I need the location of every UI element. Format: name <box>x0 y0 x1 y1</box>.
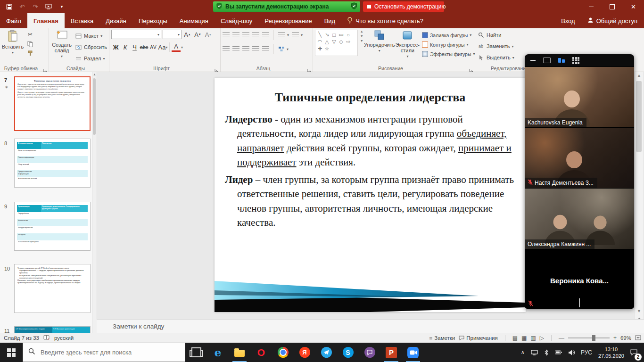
replace-button[interactable]: ab Заменить▾ <box>477 41 549 51</box>
collapse-panel-chevron-icon[interactable] <box>579 298 580 307</box>
telegram-icon[interactable] <box>315 343 337 362</box>
scrollbar-thumb[interactable] <box>636 81 642 152</box>
align-right-icon[interactable] <box>242 46 249 52</box>
tab-view[interactable]: Вид <box>318 13 342 28</box>
tab-file[interactable]: Файл <box>0 13 27 28</box>
powerpoint-icon[interactable]: P <box>380 343 402 362</box>
slide-thumbnail-10[interactable]: Теория лидерских ролей (Р. Бейлз) рассма… <box>14 264 91 313</box>
underline-button[interactable]: Ч <box>130 42 139 52</box>
opera-icon[interactable]: O <box>250 343 272 362</box>
scroll-up-icon[interactable]: ▲ <box>92 72 97 76</box>
slide-sorter-view-icon[interactable]: ▦ <box>521 335 527 341</box>
shrink-font-button[interactable]: А▼ <box>193 30 202 39</box>
change-case-button[interactable]: Аа▾ <box>158 42 167 52</box>
zoom-app-icon[interactable] <box>402 343 424 362</box>
redo-icon[interactable]: ↷ <box>31 2 40 11</box>
participant-video-2[interactable]: Настя Дементьева З... <box>525 127 634 188</box>
slide-thumbnail-11[interactable]: 1.9 Максимум внимания к людям 9.9 Высока… <box>14 326 91 333</box>
copy-icon[interactable] <box>26 40 34 48</box>
section-button[interactable]: Раздел▾ <box>74 53 107 64</box>
justify-icon[interactable] <box>252 46 259 52</box>
font-size-combo[interactable]: ▾ <box>163 30 182 39</box>
language-indicator[interactable]: русский <box>54 335 74 341</box>
font-color-button[interactable]: А <box>172 43 181 52</box>
zoom-out-icon[interactable]: — <box>559 335 564 341</box>
tab-animations[interactable]: Анимация <box>173 13 215 28</box>
fit-to-window-icon[interactable] <box>635 335 641 341</box>
shapes-scroll[interactable]: ▲▼▼ <box>360 30 363 64</box>
font-dialog-launcher[interactable] <box>215 66 219 71</box>
stop-sharing-button[interactable]: Остановить демонстрацию <box>363 1 444 12</box>
start-button[interactable] <box>0 343 23 362</box>
bullets-icon[interactable] <box>223 32 230 38</box>
zoom-in-icon[interactable]: + <box>613 335 617 341</box>
notification-count-badge[interactable]: 2 <box>635 354 642 361</box>
paragraph-dialog-launcher[interactable] <box>307 66 312 71</box>
slide-thumbnail-8[interactable]: Функции лидера Поведение Цели и планиров… <box>14 139 91 188</box>
shape-fill-button[interactable]: Заливка фигуры▾ <box>422 31 473 40</box>
drawing-dialog-launcher[interactable] <box>469 66 474 71</box>
battery-icon[interactable] <box>555 350 562 354</box>
normal-view-icon[interactable]: ▤ <box>512 335 518 341</box>
shape-outline-button[interactable]: Контур фигуры▾ <box>422 40 473 49</box>
chrome-icon[interactable] <box>272 343 294 362</box>
scrollbar-down-icon[interactable]: ▼ <box>637 307 641 315</box>
tab-transitions[interactable]: Переходы <box>132 13 173 28</box>
close-button[interactable]: ✕ <box>623 0 644 13</box>
proofing-icon[interactable] <box>43 335 50 341</box>
arrange-button[interactable]: Упорядочить ▾ <box>366 30 393 64</box>
start-slideshow-icon[interactable] <box>44 2 53 11</box>
zoom-gallery-view-icon[interactable] <box>558 58 565 63</box>
slideshow-view-icon[interactable]: ▷ <box>540 335 544 341</box>
layout-button[interactable]: Макет▾ <box>74 31 107 41</box>
participant-video-3[interactable]: Олександра Камжиян ... <box>525 188 634 249</box>
find-button[interactable]: Найти <box>477 30 549 40</box>
font-name-combo[interactable]: ▾ <box>111 30 161 39</box>
sign-in-button[interactable]: Вход <box>555 13 580 28</box>
display-tray-icon[interactable] <box>531 350 538 355</box>
reset-button[interactable]: Сбросить <box>74 42 107 52</box>
clear-formatting-button[interactable]: А✦ <box>204 30 213 39</box>
grow-font-button[interactable]: А▲ <box>183 30 192 39</box>
line-spacing-icon[interactable] <box>262 32 269 38</box>
yandex-browser-icon[interactable]: Я <box>294 343 315 362</box>
quick-styles-button[interactable]: Экспресс-стили ▾ <box>396 30 420 64</box>
zoom-slider[interactable] <box>568 337 610 338</box>
italic-button[interactable]: К <box>121 42 130 52</box>
skype-icon[interactable]: S <box>337 343 359 362</box>
increase-indent-icon[interactable] <box>252 32 259 38</box>
undo-icon[interactable]: ↶ <box>18 2 26 11</box>
clock[interactable]: 13:10 27.05.2020 <box>598 346 624 359</box>
taskbar-search[interactable] <box>23 343 185 362</box>
cut-icon[interactable]: ✂ <box>26 31 34 38</box>
slide[interactable]: Типичные определения лидерства Лидерство… <box>215 78 526 312</box>
viber-icon[interactable] <box>359 343 380 362</box>
comments-toggle[interactable]: Примечания <box>459 335 497 341</box>
strikethrough-button[interactable]: abc <box>140 42 149 52</box>
file-explorer-icon[interactable] <box>229 343 250 362</box>
align-center-icon[interactable] <box>232 46 239 52</box>
tell-me-box[interactable]: Что вы хотите сделать? <box>341 13 429 28</box>
bold-button[interactable]: Ж <box>111 42 120 52</box>
shapes-gallery[interactable]: ╲↘□ ▭○◠ △▽◇ ⇨✚☆ <box>315 30 358 56</box>
zoom-minimize-icon[interactable] <box>530 60 536 61</box>
decrease-indent-icon[interactable] <box>242 32 249 38</box>
slide-title[interactable]: Типичные определения лидерства <box>224 90 516 105</box>
participant-video-1[interactable]: Kachurovska Eugenia <box>525 66 634 127</box>
notes-toggle[interactable]: ≡ Заметки <box>429 335 455 341</box>
task-view-button[interactable] <box>185 343 207 362</box>
share-button[interactable]: Общий доступ <box>581 13 644 28</box>
slide-thumbnail-9[interactable]: Организация Организует деятельность. Ген… <box>14 202 91 251</box>
new-slide-button[interactable]: Создать слайд ▾ <box>51 30 73 64</box>
slide-body[interactable]: Лидерство - один из механизмов интеграци… <box>225 112 518 230</box>
tab-design[interactable]: Дизайн <box>99 13 132 28</box>
search-input[interactable] <box>40 348 178 356</box>
slide-thumbnail-7[interactable]: Типичные определения лидерства Лидерство… <box>14 76 91 131</box>
tab-slideshow[interactable]: Слайд-шоу <box>215 13 258 28</box>
scrollbar-up-icon[interactable]: ▲ <box>635 72 643 79</box>
align-text-button[interactable]: ▾ <box>292 30 303 40</box>
keyboard-language[interactable]: РУС <box>581 349 592 356</box>
restore-button[interactable] <box>602 0 623 13</box>
paste-button[interactable]: Вставить ▾ <box>2 30 24 64</box>
reading-view-icon[interactable]: ▥ <box>530 335 536 341</box>
